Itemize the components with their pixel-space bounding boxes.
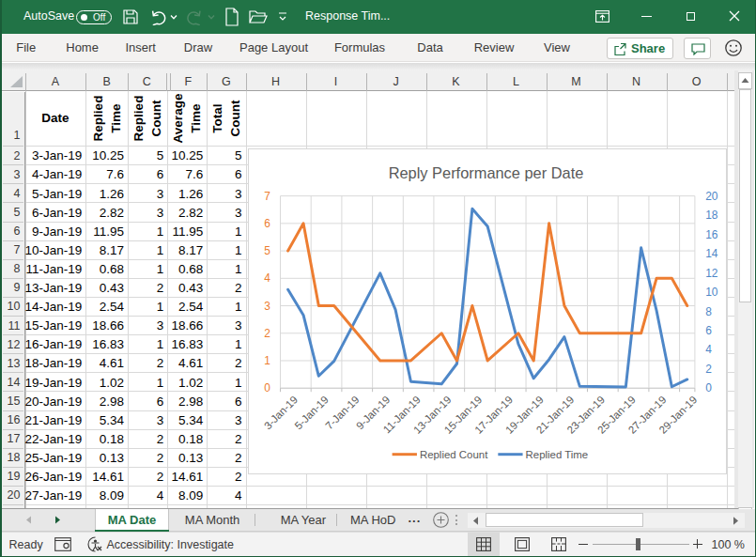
svg-text:6: 6: [705, 324, 712, 337]
svg-text:2: 2: [264, 327, 270, 340]
svg-text:3: 3: [264, 300, 270, 313]
svg-text:12: 12: [705, 267, 718, 280]
svg-text:2: 2: [705, 363, 712, 376]
svg-text:20: 20: [705, 190, 718, 203]
svg-text:0: 0: [705, 381, 712, 395]
svg-text:Replied Count: Replied Count: [420, 449, 488, 460]
svg-text:18: 18: [705, 209, 718, 222]
svg-text:4: 4: [705, 343, 712, 356]
svg-text:5: 5: [264, 244, 270, 257]
svg-text:7: 7: [264, 190, 270, 203]
svg-text:10: 10: [705, 286, 718, 299]
svg-text:1: 1: [264, 354, 270, 367]
svg-text:Reply Performance per Date: Reply Performance per Date: [389, 164, 584, 181]
svg-text:0: 0: [264, 381, 270, 395]
svg-text:6: 6: [264, 217, 270, 230]
svg-text:8: 8: [705, 305, 712, 318]
svg-text:Replied Time: Replied Time: [526, 449, 589, 460]
svg-text:4: 4: [264, 271, 270, 285]
svg-text:16: 16: [705, 228, 718, 241]
svg-text:14: 14: [705, 247, 718, 260]
